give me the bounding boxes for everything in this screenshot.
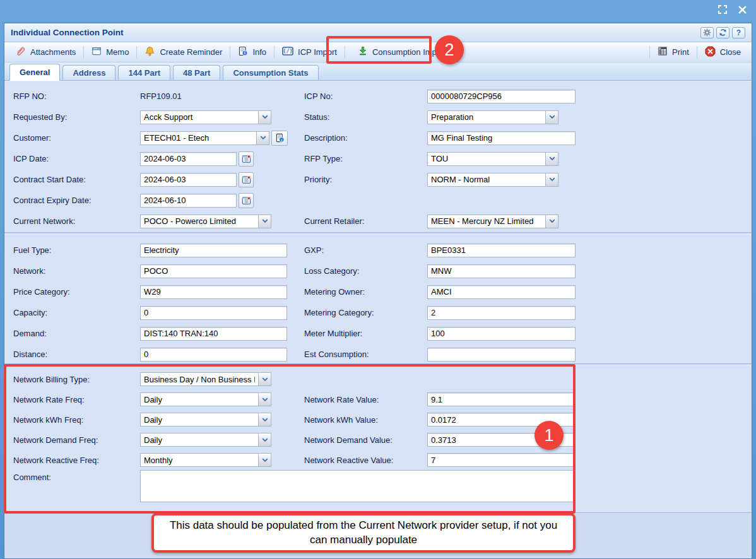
calendar-icon[interactable] bbox=[239, 172, 254, 187]
gear-icon[interactable] bbox=[700, 27, 714, 38]
chevron-down-icon[interactable] bbox=[545, 111, 558, 124]
control-cell bbox=[427, 413, 576, 427]
field-comment-textarea[interactable] bbox=[140, 470, 576, 502]
field-metering-owner-input[interactable] bbox=[427, 285, 576, 299]
field-rfp-type-input[interactable] bbox=[428, 153, 545, 165]
field-requested-by bbox=[140, 110, 271, 124]
tab-48-part[interactable]: 48 Part bbox=[173, 65, 220, 80]
field-network-demand-freq-input[interactable] bbox=[141, 433, 258, 446]
field-network-reactive-freq-combobox[interactable] bbox=[140, 453, 271, 467]
form-row: Customer:iDescription: bbox=[4, 127, 752, 148]
field-network-rate-freq-input[interactable] bbox=[141, 393, 258, 406]
field-current-network-combobox[interactable] bbox=[140, 215, 271, 228]
field-rfp-type-combobox[interactable] bbox=[427, 152, 558, 166]
chevron-down-icon[interactable] bbox=[545, 153, 558, 165]
dialog-title: Individual Connection Point bbox=[11, 28, 124, 37]
calendar-icon[interactable] bbox=[239, 193, 254, 208]
field-network-demand-freq-combobox[interactable] bbox=[140, 433, 271, 447]
field-network-billing-type-combobox[interactable] bbox=[140, 372, 271, 386]
field-priority-combobox[interactable] bbox=[427, 173, 558, 187]
create-reminder-label: Create Reminder bbox=[160, 47, 222, 57]
field-loss-category-input[interactable] bbox=[427, 264, 576, 278]
chevron-down-icon[interactable] bbox=[258, 433, 271, 446]
field-network-rate-value-input[interactable] bbox=[427, 392, 576, 406]
memo-button[interactable]: Memo bbox=[86, 44, 134, 61]
help-icon[interactable]: ? bbox=[732, 27, 745, 38]
field-contract-start-date-input[interactable] bbox=[140, 173, 237, 187]
field-requested-by-input[interactable] bbox=[141, 111, 258, 124]
field-gxp-input[interactable] bbox=[427, 244, 576, 257]
tab-144-part[interactable]: 144 Part bbox=[118, 65, 170, 80]
field-fuel-type-input[interactable] bbox=[140, 244, 287, 257]
field-distance-input[interactable] bbox=[140, 348, 287, 362]
field-metering-category-input[interactable] bbox=[427, 306, 576, 320]
window-close-icon[interactable] bbox=[738, 4, 747, 15]
field-current-network-input[interactable] bbox=[141, 215, 258, 228]
field-network-kwh-value-input[interactable] bbox=[427, 413, 576, 427]
field-network-kwh-freq-combobox[interactable] bbox=[140, 413, 271, 427]
chevron-down-icon[interactable] bbox=[258, 111, 271, 124]
chevron-down-icon[interactable] bbox=[256, 132, 269, 144]
field-status-input[interactable] bbox=[428, 111, 545, 124]
field-capacity-input[interactable] bbox=[140, 306, 287, 320]
close-button[interactable]: Close bbox=[699, 44, 747, 61]
chevron-down-icon[interactable] bbox=[258, 373, 271, 385]
calendar-icon[interactable] bbox=[239, 151, 254, 167]
field-contract-start-date-label: Contract Start Date: bbox=[13, 175, 140, 184]
icp-import-button[interactable]: (/) ICP Import bbox=[276, 44, 343, 61]
field-network-reactive-value-input[interactable] bbox=[427, 453, 576, 467]
info-button[interactable]: i Info bbox=[232, 44, 272, 61]
field-network-input[interactable] bbox=[140, 264, 287, 278]
tab-general[interactable]: General bbox=[9, 64, 60, 81]
field-current-retailer-combobox[interactable] bbox=[427, 215, 558, 228]
toolbar-separator bbox=[136, 46, 137, 59]
chevron-down-icon[interactable] bbox=[258, 454, 271, 466]
form-row: Network Rate Freq:Network Rate Value: bbox=[4, 389, 752, 409]
field-icp-no-input[interactable] bbox=[427, 90, 576, 103]
svg-text:i: i bbox=[244, 50, 245, 55]
field-network-kwh-freq-input[interactable] bbox=[141, 413, 258, 426]
refresh-icon[interactable] bbox=[716, 27, 729, 38]
field-icp-date-input[interactable] bbox=[140, 152, 237, 166]
field-priority-input[interactable] bbox=[428, 174, 545, 186]
create-reminder-button[interactable]: Create Reminder bbox=[139, 44, 228, 61]
consumption-import-button[interactable]: Consumption Import bbox=[352, 44, 452, 61]
field-price-category-input[interactable] bbox=[140, 285, 287, 299]
chevron-down-icon[interactable] bbox=[258, 413, 271, 426]
field-current-retailer-input[interactable] bbox=[428, 215, 545, 228]
field-description-input[interactable] bbox=[427, 131, 576, 145]
field-network-reactive-freq-input[interactable] bbox=[141, 454, 258, 466]
field-meter-multiplier-input[interactable] bbox=[427, 327, 576, 341]
attachments-button[interactable]: Attachments bbox=[9, 44, 81, 61]
field-contract-expiry-date-input[interactable] bbox=[140, 194, 237, 208]
form-row: Capacity:Metering Category: bbox=[4, 302, 752, 323]
field-status-combobox[interactable] bbox=[427, 110, 558, 124]
tab-consumption-stats[interactable]: Consumption Stats bbox=[223, 65, 318, 80]
field-current-network bbox=[140, 215, 271, 228]
chevron-down-icon[interactable] bbox=[545, 174, 558, 186]
field-network-rate-freq-combobox[interactable] bbox=[140, 392, 271, 406]
field-network-billing-type-input[interactable] bbox=[141, 373, 258, 385]
field-network-demand-value-input[interactable] bbox=[427, 433, 576, 447]
field-contract-start-date bbox=[140, 172, 254, 187]
field-rfp-type bbox=[427, 152, 558, 166]
fullscreen-icon[interactable] bbox=[718, 4, 728, 15]
customer-info-icon[interactable]: i bbox=[271, 131, 288, 146]
field-customer-input[interactable] bbox=[141, 132, 256, 144]
field-metering-owner-label: Metering Owner: bbox=[304, 287, 427, 297]
print-icon bbox=[658, 46, 668, 58]
print-button[interactable]: Print bbox=[652, 44, 695, 61]
control-cell bbox=[427, 110, 576, 124]
field-est-consumption-input[interactable] bbox=[427, 348, 576, 362]
chevron-down-icon[interactable] bbox=[258, 215, 271, 228]
field-customer-combobox[interactable] bbox=[140, 131, 269, 145]
chevron-down-icon[interactable] bbox=[258, 393, 271, 406]
tab-address[interactable]: Address bbox=[62, 65, 115, 80]
field-est-consumption-label: Est Consumption: bbox=[304, 350, 427, 359]
chevron-down-icon[interactable] bbox=[545, 215, 558, 228]
field-requested-by-combobox[interactable] bbox=[140, 110, 271, 124]
field-meter-multiplier-label: Meter Multiplier: bbox=[304, 329, 427, 338]
field-demand-input[interactable] bbox=[140, 327, 287, 341]
control-cell bbox=[140, 433, 287, 447]
field-rfp-no-label: RFP NO: bbox=[13, 91, 140, 101]
